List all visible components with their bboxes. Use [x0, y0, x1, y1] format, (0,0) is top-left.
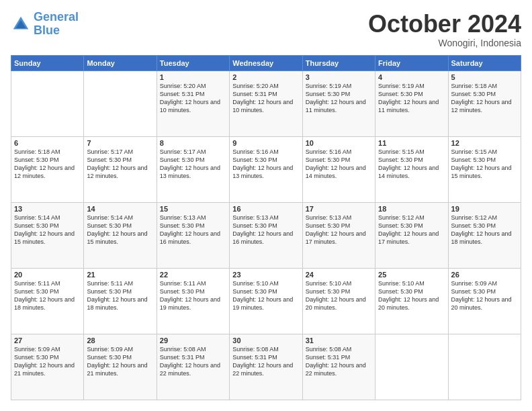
day-info: Sunrise: 5:12 AMSunset: 5:30 PMDaylight:… — [451, 214, 518, 246]
day-number: 10 — [306, 139, 372, 147]
weekday-header-sunday: Sunday — [11, 55, 84, 71]
logo-text: General Blue — [34, 11, 79, 38]
calendar-cell: 1Sunrise: 5:20 AMSunset: 5:31 PMDaylight… — [157, 71, 229, 136]
day-number: 1 — [160, 73, 226, 81]
day-info: Sunrise: 5:09 AMSunset: 5:30 PMDaylight:… — [451, 279, 518, 312]
page: General Blue October 2024 Wonogiri, Indo… — [0, 0, 532, 411]
day-number: 29 — [160, 336, 226, 345]
day-info: Sunrise: 5:11 AMSunset: 5:30 PMDaylight:… — [160, 279, 226, 312]
day-info: Sunrise: 5:10 AMSunset: 5:30 PMDaylight:… — [232, 279, 299, 312]
day-number: 23 — [232, 271, 299, 279]
day-info: Sunrise: 5:15 AMSunset: 5:30 PMDaylight:… — [451, 148, 518, 181]
day-info: Sunrise: 5:11 AMSunset: 5:30 PMDaylight:… — [14, 279, 81, 312]
day-info: Sunrise: 5:14 AMSunset: 5:30 PMDaylight:… — [14, 214, 81, 246]
calendar-cell: 18Sunrise: 5:12 AMSunset: 5:30 PMDayligh… — [375, 202, 448, 268]
day-info: Sunrise: 5:17 AMSunset: 5:30 PMDaylight:… — [160, 148, 226, 181]
weekday-header-saturday: Saturday — [448, 55, 521, 71]
day-number: 19 — [451, 205, 518, 213]
weekday-header-tuesday: Tuesday — [157, 55, 229, 71]
calendar-cell: 8Sunrise: 5:17 AMSunset: 5:30 PMDaylight… — [157, 136, 229, 202]
day-number: 7 — [87, 139, 153, 147]
week-row-1: 1Sunrise: 5:20 AMSunset: 5:31 PMDaylight… — [11, 71, 521, 136]
calendar-cell: 6Sunrise: 5:18 AMSunset: 5:30 PMDaylight… — [11, 136, 84, 202]
day-number: 17 — [306, 205, 372, 213]
day-number: 3 — [306, 73, 372, 81]
calendar-cell: 26Sunrise: 5:09 AMSunset: 5:30 PMDayligh… — [448, 268, 521, 334]
day-info: Sunrise: 5:17 AMSunset: 5:30 PMDaylight:… — [87, 148, 153, 181]
day-info: Sunrise: 5:13 AMSunset: 5:30 PMDaylight:… — [160, 214, 226, 246]
day-number: 14 — [87, 205, 153, 213]
weekday-header-wednesday: Wednesday — [230, 55, 302, 71]
calendar-cell: 15Sunrise: 5:13 AMSunset: 5:30 PMDayligh… — [157, 202, 229, 268]
day-info: Sunrise: 5:08 AMSunset: 5:31 PMDaylight:… — [232, 345, 299, 378]
day-number: 28 — [87, 336, 153, 345]
day-info: Sunrise: 5:10 AMSunset: 5:30 PMDaylight:… — [306, 279, 372, 312]
day-number: 2 — [232, 73, 299, 81]
week-row-3: 13Sunrise: 5:14 AMSunset: 5:30 PMDayligh… — [11, 202, 521, 268]
day-number: 21 — [87, 271, 153, 279]
day-number: 15 — [160, 205, 226, 213]
calendar-cell — [448, 334, 521, 400]
calendar-cell: 28Sunrise: 5:09 AMSunset: 5:30 PMDayligh… — [84, 334, 157, 400]
month-title: October 2024 — [368, 11, 521, 38]
day-info: Sunrise: 5:14 AMSunset: 5:30 PMDaylight:… — [87, 214, 153, 246]
calendar-cell: 20Sunrise: 5:11 AMSunset: 5:30 PMDayligh… — [11, 268, 84, 334]
calendar-cell: 30Sunrise: 5:08 AMSunset: 5:31 PMDayligh… — [230, 334, 302, 400]
weekday-header-row: SundayMondayTuesdayWednesdayThursdayFrid… — [11, 55, 521, 71]
calendar-cell: 5Sunrise: 5:18 AMSunset: 5:30 PMDaylight… — [448, 71, 521, 136]
calendar-cell: 19Sunrise: 5:12 AMSunset: 5:30 PMDayligh… — [448, 202, 521, 268]
weekday-header-monday: Monday — [84, 55, 157, 71]
calendar-cell: 14Sunrise: 5:14 AMSunset: 5:30 PMDayligh… — [84, 202, 157, 268]
day-info: Sunrise: 5:08 AMSunset: 5:31 PMDaylight:… — [160, 345, 226, 378]
calendar-cell: 22Sunrise: 5:11 AMSunset: 5:30 PMDayligh… — [157, 268, 229, 334]
week-row-5: 27Sunrise: 5:09 AMSunset: 5:30 PMDayligh… — [11, 334, 521, 400]
calendar-cell: 9Sunrise: 5:16 AMSunset: 5:30 PMDaylight… — [230, 136, 302, 202]
week-row-4: 20Sunrise: 5:11 AMSunset: 5:30 PMDayligh… — [11, 268, 521, 334]
day-number: 4 — [378, 73, 445, 81]
weekday-header-thursday: Thursday — [302, 55, 375, 71]
day-info: Sunrise: 5:13 AMSunset: 5:30 PMDaylight:… — [306, 214, 372, 246]
calendar-cell: 16Sunrise: 5:13 AMSunset: 5:30 PMDayligh… — [230, 202, 302, 268]
day-number: 11 — [378, 139, 445, 147]
header: General Blue October 2024 Wonogiri, Indo… — [11, 11, 521, 48]
calendar-cell: 23Sunrise: 5:10 AMSunset: 5:30 PMDayligh… — [230, 268, 302, 334]
weekday-header-friday: Friday — [375, 55, 448, 71]
calendar-cell: 4Sunrise: 5:19 AMSunset: 5:30 PMDaylight… — [375, 71, 448, 136]
day-number: 25 — [378, 271, 445, 279]
day-info: Sunrise: 5:08 AMSunset: 5:31 PMDaylight:… — [306, 345, 372, 378]
day-info: Sunrise: 5:19 AMSunset: 5:30 PMDaylight:… — [378, 82, 445, 115]
day-number: 6 — [14, 139, 81, 147]
day-info: Sunrise: 5:09 AMSunset: 5:30 PMDaylight:… — [87, 345, 153, 378]
day-number: 26 — [451, 271, 518, 279]
day-number: 13 — [14, 205, 81, 213]
day-number: 12 — [451, 139, 518, 147]
calendar-cell: 11Sunrise: 5:15 AMSunset: 5:30 PMDayligh… — [375, 136, 448, 202]
day-number: 31 — [306, 336, 372, 345]
day-number: 20 — [14, 271, 81, 279]
day-info: Sunrise: 5:15 AMSunset: 5:30 PMDaylight:… — [378, 148, 445, 181]
day-number: 30 — [232, 336, 299, 345]
logo-general: General — [34, 10, 79, 24]
calendar-cell: 24Sunrise: 5:10 AMSunset: 5:30 PMDayligh… — [302, 268, 375, 334]
day-number: 27 — [14, 336, 81, 345]
day-info: Sunrise: 5:16 AMSunset: 5:30 PMDaylight:… — [232, 148, 299, 181]
day-number: 8 — [160, 139, 226, 147]
calendar-cell — [84, 71, 157, 136]
day-info: Sunrise: 5:13 AMSunset: 5:30 PMDaylight:… — [232, 214, 299, 246]
calendar: SundayMondayTuesdayWednesdayThursdayFrid… — [11, 55, 521, 400]
calendar-cell: 31Sunrise: 5:08 AMSunset: 5:31 PMDayligh… — [302, 334, 375, 400]
day-info: Sunrise: 5:20 AMSunset: 5:31 PMDaylight:… — [232, 82, 299, 115]
calendar-cell: 21Sunrise: 5:11 AMSunset: 5:30 PMDayligh… — [84, 268, 157, 334]
day-info: Sunrise: 5:16 AMSunset: 5:30 PMDaylight:… — [306, 148, 372, 181]
logo-blue: Blue — [34, 24, 60, 37]
day-info: Sunrise: 5:11 AMSunset: 5:30 PMDaylight:… — [87, 279, 153, 312]
day-info: Sunrise: 5:09 AMSunset: 5:30 PMDaylight:… — [14, 345, 81, 378]
day-info: Sunrise: 5:12 AMSunset: 5:30 PMDaylight:… — [378, 214, 445, 246]
calendar-cell: 3Sunrise: 5:19 AMSunset: 5:30 PMDaylight… — [302, 71, 375, 136]
location: Wonogiri, Indonesia — [368, 38, 521, 48]
week-row-2: 6Sunrise: 5:18 AMSunset: 5:30 PMDaylight… — [11, 136, 521, 202]
day-info: Sunrise: 5:18 AMSunset: 5:30 PMDaylight:… — [14, 148, 81, 181]
calendar-cell: 27Sunrise: 5:09 AMSunset: 5:30 PMDayligh… — [11, 334, 84, 400]
calendar-cell: 10Sunrise: 5:16 AMSunset: 5:30 PMDayligh… — [302, 136, 375, 202]
day-number: 5 — [451, 73, 518, 81]
